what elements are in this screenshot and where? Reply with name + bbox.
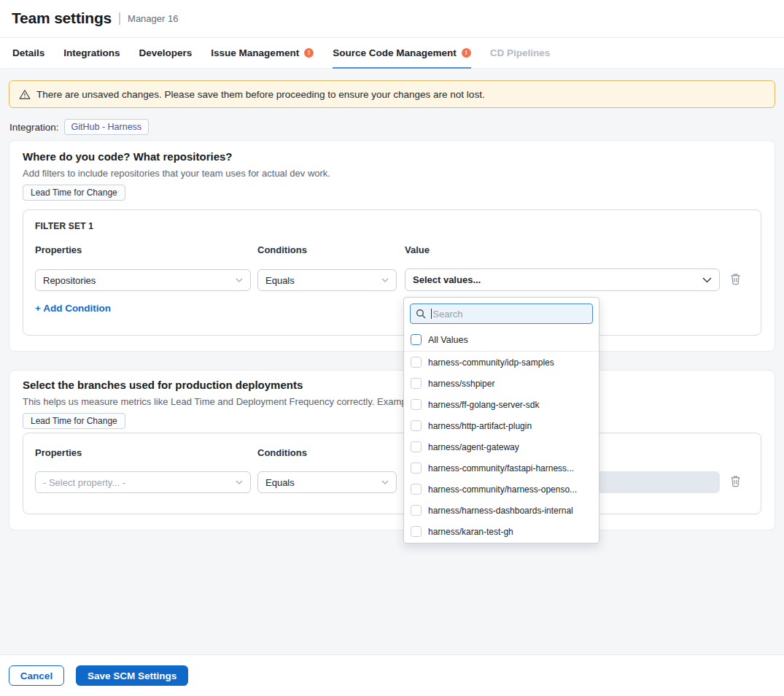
repositories-card-title: Where do you code? What repositories? <box>23 150 233 163</box>
dropdown-option[interactable]: harness-community/idp-samples <box>404 352 599 373</box>
chevron-down-icon <box>381 278 389 282</box>
warning-triangle-icon <box>19 89 31 100</box>
integration-label: Integration: <box>9 122 59 133</box>
properties-column-label: Properties <box>35 447 82 458</box>
option-label: harness/agent-gateway <box>428 442 519 452</box>
branch-condition-value: Equals <box>265 477 295 488</box>
value-multiselect[interactable]: Select values... <box>405 268 720 291</box>
tab[interactable]: Source Code Management ! <box>333 38 471 69</box>
option-checkbox[interactable] <box>411 484 422 495</box>
option-label: harness/harness-dashboards-internal <box>428 506 573 516</box>
condition-select-value: Equals <box>265 275 295 286</box>
dropdown-search-box[interactable] <box>410 303 593 324</box>
tab[interactable]: CD Pipelines <box>490 38 551 69</box>
unsaved-changes-banner: There are unsaved changes. Please save t… <box>9 80 775 108</box>
tab-warning-icon: ! <box>462 48 471 58</box>
value-select-placeholder: Select values... <box>413 274 481 285</box>
integration-chip[interactable]: GitHub - Harness <box>64 119 150 135</box>
tab-label: Integrations <box>63 47 120 58</box>
delete-filter-button[interactable] <box>728 473 742 488</box>
integration-row: Integration: GitHub - Harness <box>9 118 149 136</box>
page-context: Manager 16 <box>128 13 178 24</box>
chevron-down-icon <box>702 277 712 283</box>
dropdown-option[interactable]: harness-community/harness-openso... <box>404 479 599 500</box>
page-title: Team settings <box>12 9 112 27</box>
cancel-button[interactable]: Cancel <box>9 665 64 686</box>
tab-label: Details <box>12 47 44 58</box>
option-checkbox[interactable] <box>411 463 422 473</box>
conditions-column-label: Conditions <box>257 244 307 255</box>
option-checkbox[interactable] <box>411 378 422 389</box>
dropdown-option[interactable]: harness/harness-dashboards-internal <box>404 500 599 521</box>
dropdown-option-list: harness-community/idp-samples harness/ss… <box>404 352 599 542</box>
tab-label: Developers <box>139 47 193 58</box>
tab-label: Issue Management <box>211 47 299 58</box>
filter-set-title: FILTER SET 1 <box>35 221 93 231</box>
properties-column-label: Properties <box>35 244 82 255</box>
property-select-value: Repositories <box>43 275 96 286</box>
branch-condition-select[interactable]: Equals <box>257 471 397 493</box>
tab-bar: Details Integrations Developers Issue Ma… <box>0 38 784 69</box>
add-condition-link[interactable]: + Add Condition <box>35 303 111 314</box>
chevron-down-icon <box>381 480 389 484</box>
option-label: harness/sshpiper <box>428 379 494 389</box>
tab[interactable]: Integrations <box>63 38 120 69</box>
dropdown-option[interactable]: harness-community/fastapi-harness... <box>404 457 599 479</box>
option-label: harness-community/fastapi-harness... <box>428 463 574 473</box>
dropdown-option[interactable]: harness/agent-gateway <box>404 436 599 457</box>
option-checkbox[interactable] <box>411 420 422 431</box>
dropdown-option[interactable]: harness/http-artifact-plugin <box>404 415 599 436</box>
tab-warning-icon: ! <box>304 48 314 58</box>
text-cursor <box>431 309 432 319</box>
option-label: harness/http-artifact-plugin <box>428 421 532 431</box>
branches-filter-box: Properties Conditions - Select property.… <box>23 433 761 514</box>
value-dropdown-panel: All Values harness-community/idp-samples… <box>403 297 599 544</box>
branches-card-subtitle: This helps us measure metrics like Lead … <box>23 396 422 407</box>
tab[interactable]: Developers <box>139 38 193 69</box>
option-label: harness/ff-golang-server-sdk <box>428 400 540 410</box>
banner-message: There are unsaved changes. Please save t… <box>36 89 485 100</box>
all-values-checkbox[interactable] <box>411 334 422 345</box>
dropdown-option[interactable]: harness/ff-golang-server-sdk <box>404 394 599 415</box>
option-label: harness/karan-test-gh <box>428 527 513 537</box>
tab[interactable]: Details <box>12 38 44 69</box>
branch-property-placeholder: - Select property... - <box>43 477 125 488</box>
dropdown-option[interactable]: harness/sshpiper <box>404 373 599 394</box>
page-header: Team settings Manager 16 <box>0 0 784 38</box>
chevron-down-icon <box>236 480 243 484</box>
dropdown-option[interactable]: harness/karan-test-gh <box>404 521 599 542</box>
option-checkbox[interactable] <box>411 505 422 516</box>
tab-label: Source Code Management <box>333 47 457 58</box>
dropdown-option-clipped[interactable]: harness/fastapi-test-dashboard <box>404 542 599 544</box>
option-checkbox[interactable] <box>411 526 422 537</box>
search-icon <box>416 309 426 319</box>
lead-time-tag: Lead Time for Change <box>23 185 125 201</box>
tab[interactable]: Issue Management ! <box>211 38 314 69</box>
branches-card-title: Select the branches used for production … <box>23 379 303 391</box>
option-label: harness-community/idp-samples <box>428 357 554 368</box>
all-values-option[interactable]: All Values <box>404 328 599 352</box>
option-label: harness-community/harness-openso... <box>428 484 577 495</box>
branch-property-select[interactable]: - Select property... - <box>35 471 251 493</box>
option-checkbox[interactable] <box>411 357 422 368</box>
save-scm-settings-button[interactable]: Save SCM Settings <box>76 665 188 686</box>
value-column-label: Value <box>405 244 430 255</box>
chevron-down-icon <box>236 278 243 282</box>
title-row: Team settings Manager 16 <box>12 9 178 27</box>
footer-bar: Cancel Save SCM Settings <box>0 654 784 696</box>
branches-card: Select the branches used for production … <box>9 370 775 530</box>
repositories-card-subtitle: Add filters to include repositories that… <box>23 168 330 179</box>
delete-filter-button[interactable] <box>728 271 742 286</box>
option-checkbox[interactable] <box>411 441 422 452</box>
title-divider <box>119 12 120 25</box>
tab-label: CD Pipelines <box>490 47 551 58</box>
search-input[interactable] <box>432 309 587 320</box>
conditions-column-label: Conditions <box>257 447 307 458</box>
repositories-card: Where do you code? What repositories? Ad… <box>9 140 775 352</box>
condition-select[interactable]: Equals <box>257 269 397 291</box>
filter-set-box: FILTER SET 1 Properties Conditions Value… <box>23 209 761 336</box>
option-checkbox[interactable] <box>411 399 422 410</box>
property-select[interactable]: Repositories <box>35 269 251 291</box>
lead-time-tag: Lead Time for Change <box>23 413 125 429</box>
all-values-label: All Values <box>428 335 468 345</box>
